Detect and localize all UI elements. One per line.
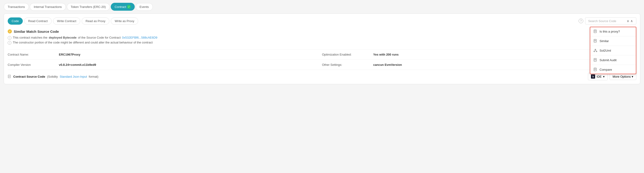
dropdown-item-similar[interactable]: Similar bbox=[590, 37, 636, 45]
sol2uml-label: Sol2Uml bbox=[600, 49, 611, 52]
subtab-write-contract[interactable]: Write Contract bbox=[53, 18, 80, 25]
tab-transactions[interactable]: Transactions bbox=[4, 3, 29, 11]
search-arrows: ∨ ∧ bbox=[626, 19, 633, 23]
audit-doc-icon bbox=[594, 58, 597, 62]
tab-internal-transactions[interactable]: Internal Transactions bbox=[30, 3, 66, 11]
similar-match-header: ✓ Similar Match Source Code bbox=[8, 29, 636, 34]
dropdown-divider-3 bbox=[590, 55, 636, 55]
subtab-read-as-proxy[interactable]: Read as Proxy bbox=[82, 18, 109, 25]
sub-tab-bar: Code Read Contract Write Contract Read a… bbox=[8, 18, 636, 25]
search-arrow-up[interactable]: ∧ bbox=[630, 19, 633, 23]
source-code-row: Contract Source Code (Solidity Standard … bbox=[8, 70, 636, 80]
settings-suffix: EvmVersion bbox=[384, 63, 402, 66]
subtab-code[interactable]: Code bbox=[8, 18, 23, 25]
info-text-1-prefix: This contract matches the bbox=[13, 36, 48, 39]
more-options-label: More Options bbox=[612, 75, 631, 78]
tab-token-transfers[interactable]: Token Transfers (ERC-20) bbox=[67, 3, 110, 11]
standard-json-link[interactable]: Standard Json-Input bbox=[60, 75, 87, 78]
ide-logo-icon: b bbox=[591, 74, 595, 78]
svg-point-11 bbox=[594, 51, 595, 52]
dropdown-divider-4 bbox=[590, 65, 636, 65]
subtab-read-contract[interactable]: Read Contract bbox=[24, 18, 52, 25]
proxy-doc-icon bbox=[594, 30, 597, 33]
tab-events[interactable]: Events bbox=[136, 3, 153, 11]
ide-chevron-icon: ▾ bbox=[603, 75, 605, 78]
compiler-label: Compiler Version bbox=[8, 63, 59, 66]
optimization-runs: 200 bbox=[386, 53, 391, 56]
info-row-bytecode: i This contract matches the deployed Byt… bbox=[8, 36, 636, 40]
dropdown-item-sol2uml[interactable]: Sol2Uml bbox=[590, 46, 636, 55]
similar-label: Similar bbox=[600, 39, 609, 43]
similar-match-title: Similar Match Source Code bbox=[14, 30, 59, 34]
info-text-2: The constructor portion of the code migh… bbox=[13, 41, 152, 44]
svg-line-13 bbox=[595, 50, 595, 51]
search-placeholder: Search Source Code bbox=[588, 19, 616, 23]
contract-name-value: ERC1967Proxy bbox=[59, 53, 80, 56]
contract-details-grid: Contract Name: ERC1967Proxy Optimization… bbox=[8, 49, 636, 70]
document-icon bbox=[8, 75, 12, 78]
info-icon-1: i bbox=[8, 36, 12, 40]
optimization-yes: Yes with bbox=[373, 53, 386, 56]
tab-contract[interactable]: Contract ✓ bbox=[111, 3, 135, 11]
search-source-code-box[interactable]: Search Source Code ∨ ∧ bbox=[585, 18, 636, 24]
settings-row: Other Settings: cancun EvmVersion bbox=[322, 60, 636, 70]
contract-name-label: Contract Name: bbox=[8, 53, 59, 56]
contract-link[interactable]: 0x532EFBf6...588cAE6D9 bbox=[122, 36, 158, 39]
deployed-bytecode-bold: deployed Bytecode bbox=[49, 36, 76, 39]
optimization-row: Optimization Enabled: Yes with 200 runs bbox=[322, 50, 636, 60]
dropdown-item-is-proxy[interactable]: Is this a proxy? bbox=[590, 27, 636, 36]
subtab-write-as-proxy[interactable]: Write as Proxy bbox=[111, 18, 138, 25]
similar-match-icon: ✓ bbox=[8, 29, 12, 34]
settings-label: Other Settings: bbox=[322, 63, 373, 66]
dropdown-menu: Is this a proxy? Similar Sol2Uml bbox=[590, 27, 636, 74]
source-code-paren-prefix: (Solidity bbox=[47, 75, 58, 78]
compare-label: Compare bbox=[600, 68, 612, 72]
info-icon-2: i bbox=[8, 41, 12, 45]
search-area: ? Search Source Code ∨ ∧ bbox=[578, 18, 636, 24]
optimization-label: Optimization Enabled: bbox=[322, 53, 373, 56]
optimization-suffix: runs bbox=[391, 53, 398, 56]
optimization-value: Yes with 200 runs bbox=[373, 53, 398, 56]
top-tab-bar: Transactions Internal Transactions Token… bbox=[0, 0, 644, 11]
dropdown-item-submit-audit[interactable]: Submit Audit bbox=[590, 56, 636, 64]
dropdown-item-compare[interactable]: Compare bbox=[590, 65, 636, 74]
source-code-label-group: Contract Source Code (Solidity Standard … bbox=[8, 75, 98, 78]
help-icon[interactable]: ? bbox=[578, 18, 583, 23]
verified-check-icon: ✓ bbox=[127, 5, 131, 8]
more-options-chevron-icon: ▾ bbox=[632, 75, 633, 78]
contract-tab-label: Contract bbox=[115, 5, 126, 8]
svg-point-12 bbox=[596, 51, 597, 52]
compiler-value: v0.8.24+commit.e11b9ed9 bbox=[59, 63, 96, 66]
contract-name-row: Contract Name: ERC1967Proxy bbox=[8, 50, 322, 60]
settings-value: cancun EvmVersion bbox=[373, 63, 402, 66]
info-row-constructor: i The constructor portion of the code mi… bbox=[8, 41, 636, 45]
dropdown-divider-2 bbox=[590, 46, 636, 46]
similar-doc-icon bbox=[594, 39, 597, 43]
is-proxy-label: Is this a proxy? bbox=[600, 30, 620, 33]
compare-doc-icon bbox=[594, 68, 597, 72]
info-text-1-suffix: of the Source Code for Contract bbox=[78, 36, 121, 39]
source-code-strong: Contract Source Code bbox=[13, 75, 45, 78]
sol2uml-icon bbox=[594, 48, 597, 52]
source-code-paren-suffix: format) bbox=[89, 75, 98, 78]
svg-point-10 bbox=[595, 49, 596, 50]
ide-label: IDE bbox=[596, 75, 602, 78]
dropdown-divider-1 bbox=[590, 36, 636, 36]
search-arrow-down[interactable]: ∨ bbox=[626, 19, 630, 23]
settings-bold: cancun bbox=[373, 63, 384, 66]
svg-line-14 bbox=[595, 50, 596, 51]
submit-audit-label: Submit Audit bbox=[600, 58, 616, 62]
main-content-card: Code Read Contract Write Contract Read a… bbox=[4, 14, 640, 84]
compiler-row: Compiler Version v0.8.24+commit.e11b9ed9 bbox=[8, 60, 322, 70]
